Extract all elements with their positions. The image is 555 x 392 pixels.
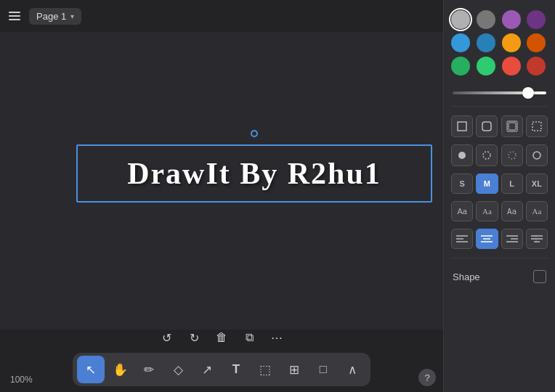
color-swatch-dark-purple[interactable]: [527, 10, 546, 29]
font-hand-btn[interactable]: Aa: [526, 201, 548, 221]
select-tool[interactable]: ↖: [77, 356, 105, 383]
canvas-text: DrawIt By R2hu1: [127, 156, 381, 191]
menu-button[interactable]: [9, 9, 23, 23]
size-group: S M L XL: [451, 173, 548, 194]
stroke-style-group: [451, 144, 548, 166]
text-tool[interactable]: T: [222, 356, 250, 383]
opacity-control: [451, 84, 548, 97]
color-swatch-red[interactable]: [502, 57, 521, 75]
chevron-down-icon: ▾: [70, 12, 74, 20]
align-justify-btn[interactable]: [526, 229, 548, 249]
svg-rect-0: [458, 122, 466, 131]
redo-button[interactable]: ↻: [182, 327, 206, 348]
opacity-slider[interactable]: [453, 91, 546, 94]
shape-tool[interactable]: □: [309, 356, 337, 383]
svg-point-5: [458, 152, 466, 159]
size-s-btn[interactable]: S: [451, 173, 473, 194]
color-swatch-purple[interactable]: [502, 10, 521, 29]
color-swatch-green[interactable]: [451, 57, 470, 75]
image-tool[interactable]: ⊞: [280, 356, 308, 383]
dotted-border-btn[interactable]: [526, 115, 548, 137]
color-swatch-dark-red[interactable]: [527, 57, 546, 75]
double-border-btn[interactable]: [501, 115, 523, 137]
color-swatch-dark-orange[interactable]: [527, 33, 546, 52]
rounded-border-btn[interactable]: [476, 115, 498, 137]
size-m-btn[interactable]: M: [476, 173, 498, 194]
pen-tool[interactable]: ✏: [135, 356, 163, 383]
full-circle-btn[interactable]: [451, 144, 473, 166]
more-actions-button[interactable]: ⋯: [264, 327, 289, 348]
font-normal-btn[interactable]: Aa: [451, 201, 473, 221]
divider-1: [451, 106, 548, 107]
divider-2: [451, 258, 548, 258]
toolbar-actions: ↺ ↻ 🗑 ⧉ ⋯: [154, 327, 289, 348]
svg-rect-3: [509, 123, 516, 130]
page-selector[interactable]: Page 1 ▾: [29, 8, 81, 25]
zoom-indicator: 100%: [10, 375, 33, 385]
bottom-toolbar: ↺ ↻ 🗑 ⧉ ⋯ ↖ ✋ ✏ ◇ ↗ T ⬚ ⊞ □ ∧ 100% ?: [0, 330, 443, 392]
edit-tool[interactable]: ⬚: [251, 356, 279, 383]
duplicate-button[interactable]: ⧉: [237, 327, 262, 348]
svg-point-8: [533, 152, 540, 159]
right-panel: S M L XL Aa Aa Aa Aa Shape: [443, 0, 555, 392]
color-palette: [451, 10, 548, 75]
delete-button[interactable]: 🗑: [209, 327, 234, 348]
toolbar-tools: ↖ ✋ ✏ ◇ ↗ T ⬚ ⊞ □ ∧: [73, 353, 370, 386]
rotation-handle[interactable]: [251, 130, 258, 137]
size-xl-btn[interactable]: XL: [526, 173, 548, 194]
color-swatch-mid-gray[interactable]: [477, 10, 495, 29]
align-right-btn[interactable]: [501, 229, 523, 249]
eraser-tool[interactable]: ◇: [164, 356, 192, 383]
canvas-area[interactable]: DrawIt By R2hu1: [0, 32, 443, 359]
color-swatch-blue[interactable]: [451, 33, 470, 52]
dashed-circle-btn[interactable]: [476, 144, 498, 166]
color-swatch-dark-blue[interactable]: [477, 33, 495, 52]
solid-border-btn[interactable]: [451, 115, 473, 137]
svg-point-7: [509, 152, 516, 159]
shape-checkbox[interactable]: [533, 270, 546, 283]
hand-tool[interactable]: ✋: [106, 356, 134, 383]
size-l-btn[interactable]: L: [501, 173, 523, 194]
font-style-group: Aa Aa Aa Aa: [451, 201, 548, 221]
dotted-circle-btn[interactable]: [501, 144, 523, 166]
svg-rect-1: [482, 122, 491, 131]
align-left-btn[interactable]: [451, 229, 473, 249]
border-style-group: [451, 115, 548, 137]
help-button[interactable]: ?: [418, 369, 436, 386]
svg-point-6: [483, 152, 490, 159]
arrow-tool[interactable]: ↗: [193, 356, 221, 383]
color-swatch-orange[interactable]: [502, 33, 521, 52]
font-serif-btn[interactable]: Aa: [476, 201, 498, 221]
text-element[interactable]: DrawIt By R2hu1: [76, 144, 432, 203]
color-swatch-light-gray[interactable]: [451, 10, 470, 29]
outline-circle-btn[interactable]: [526, 144, 548, 166]
header: Page 1 ▾: [0, 0, 443, 32]
font-mono-btn[interactable]: Aa: [501, 201, 523, 221]
page-name: Page 1: [36, 11, 66, 22]
selection-box: DrawIt By R2hu1: [76, 144, 432, 203]
shape-label: Shape: [453, 271, 480, 282]
svg-rect-4: [532, 122, 541, 131]
align-center-btn[interactable]: [476, 229, 498, 249]
alignment-group: [451, 229, 548, 249]
more-tools-button[interactable]: ∧: [339, 356, 366, 383]
undo-button[interactable]: ↺: [154, 327, 179, 348]
color-swatch-light-green[interactable]: [477, 57, 495, 75]
shape-row: Shape: [451, 267, 548, 286]
